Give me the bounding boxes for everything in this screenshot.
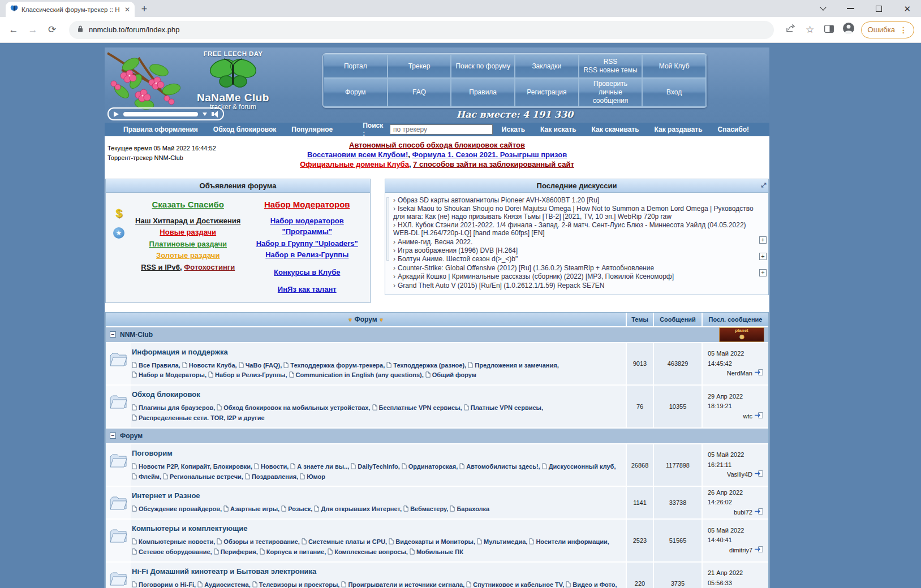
forum-title-link[interactable]: Компьютеры и комплектующие (132, 524, 247, 533)
tab-close-icon[interactable]: ✕ (124, 6, 130, 14)
back-icon[interactable]: ← (7, 24, 20, 36)
discussion-link[interactable]: ›Isekai Maou to Shoukan Shoujo no Dorei … (393, 205, 757, 221)
subforum-link[interactable]: Техподдержка форум-трекера (283, 362, 383, 369)
subforum-link[interactable]: Барахолка (450, 505, 489, 512)
search-input[interactable] (390, 124, 493, 135)
last-post-user[interactable]: dimitriy7 (729, 546, 752, 556)
bookmark-star-icon[interactable]: ☆ (803, 24, 817, 36)
subforum-link[interactable]: Корпуса и питание (260, 548, 324, 555)
progress-bar[interactable] (123, 112, 198, 116)
subforum-link[interactable]: Мультимедиа (477, 538, 526, 545)
search-button[interactable]: Искать (502, 126, 525, 133)
subforum-link[interactable]: Мобильные ПК (410, 548, 463, 555)
nav-button[interactable]: Правила (451, 78, 515, 107)
goto-last-post-icon[interactable] (755, 508, 763, 518)
announcement-link[interactable]: Набор в Релиз-Группы (265, 250, 348, 259)
nav-button[interactable]: Закладки (515, 54, 579, 78)
subforum-link[interactable]: ЧаВо (FAQ) (239, 362, 281, 369)
player-dropdown-icon[interactable] (203, 113, 207, 116)
subforum-link[interactable]: Набор в Релиз-Группы (208, 371, 285, 378)
subforum-link[interactable]: Аудиосистема (197, 581, 249, 588)
announcement-link[interactable]: Автономный способ обхода блокировок сайт… (349, 141, 525, 149)
subnav-link[interactable]: Популярное (291, 126, 333, 133)
discussion-link[interactable]: ›НХЛ. Кубок Стэнли 2021-2022. 1/4 финала… (393, 222, 757, 237)
subnav-link[interactable]: Спасибо! (718, 126, 749, 133)
goto-last-post-icon[interactable] (755, 470, 763, 480)
box-resize-icon[interactable]: ⤢ (761, 181, 766, 189)
collapse-icon[interactable]: − (110, 433, 116, 439)
announcement-link[interactable]: 7 способов зайти на заблокированный сайт (413, 160, 574, 168)
subforum-link[interactable]: Проигрыватели и источники сигнала (341, 581, 463, 588)
announcement-link[interactable]: Конкурсы в Клубе (274, 268, 340, 276)
profile-avatar[interactable] (842, 22, 855, 37)
new-tab-button[interactable]: + (137, 2, 152, 16)
nav-button[interactable]: Мой Клуб (642, 54, 706, 78)
forum-title-link[interactable]: Интернет и Разное (132, 491, 200, 500)
announcement-link[interactable]: RSS и IPv6 (141, 263, 180, 271)
discussions-scrollbar[interactable] (386, 197, 389, 261)
expand-plus-icon[interactable]: + (759, 253, 767, 260)
last-post-user[interactable]: wtc (743, 412, 753, 422)
browser-tab[interactable]: Классический форум-трекер :: Н ✕ (6, 2, 135, 17)
sort-arrow-icon[interactable]: ▼ (348, 317, 353, 323)
collapse-icon[interactable]: − (110, 331, 116, 338)
window-chevron-icon[interactable] (820, 4, 827, 10)
announcement-link[interactable]: Золотые раздачи (156, 251, 220, 260)
subnav-link[interactable]: Обход блокировок (213, 126, 276, 133)
announcement-link[interactable]: Наш Хитпарад и Достижения (135, 217, 240, 225)
nav-button[interactable]: RSS RSS новые темы (579, 54, 643, 78)
nav-button[interactable]: FAQ (388, 78, 451, 107)
side-panel-icon[interactable] (823, 24, 836, 36)
subforum-link[interactable]: DailyTechInfo (351, 463, 398, 470)
announcement-link[interactable]: Набор Модераторов (264, 200, 350, 209)
subnav-link[interactable]: Как искать (540, 126, 576, 133)
subforum-link[interactable]: Плагины для браузеров (132, 404, 213, 411)
last-post-user[interactable]: NerdMan (727, 369, 752, 379)
subforum-link[interactable]: Все Правила (132, 362, 179, 369)
error-menu-button[interactable]: Ошибка ⋮ (861, 21, 914, 38)
window-minimize-button[interactable] (847, 8, 854, 9)
goto-last-post-icon[interactable] (755, 369, 763, 379)
goto-last-post-icon[interactable] (755, 412, 763, 422)
discussion-link[interactable]: ›Образ SD карты автомагнитолы Pioneer AV… (393, 197, 757, 205)
subforum-link[interactable]: Компьютерные новости (132, 538, 213, 545)
subforum-link[interactable]: Флейм (132, 473, 160, 480)
announcement-link[interactable]: Официальные домены Клуба (300, 160, 409, 168)
discussion-link[interactable]: ›Counter-Strike: Global Offensive (2012)… (393, 265, 757, 273)
window-maximize-button[interactable] (876, 6, 882, 12)
discussion-link[interactable]: ›Игра воображения (1996) DVB [H.264] (393, 247, 757, 255)
subforum-link[interactable]: Бесплатные VPN сервисы (372, 404, 460, 411)
subforum-link[interactable]: Обход блокировок на мобильных устройства… (217, 404, 368, 411)
sort-arrow-icon[interactable]: ▼ (379, 317, 384, 323)
subforum-link[interactable]: Юмор (300, 473, 325, 480)
nav-button[interactable]: Поиск по форуму (451, 54, 515, 78)
nav-button[interactable]: Портал (324, 54, 388, 78)
forum-title-link[interactable]: Обход блокировок (132, 390, 200, 399)
forward-icon[interactable]: → (26, 24, 40, 36)
subforum-link[interactable]: Обзоры и тестирование (217, 538, 298, 545)
nav-button[interactable]: Проверить личные сообщения (579, 78, 643, 107)
subforum-link[interactable]: Общий форум (425, 371, 476, 378)
subforum-link[interactable]: Автомобилисты здесь! (459, 463, 538, 470)
subforum-link[interactable]: Спутниковое и кабельное TV (466, 581, 562, 588)
planet-logo[interactable]: planet✺ (719, 327, 764, 342)
subforum-link[interactable]: Системные платы и CPU (302, 538, 385, 545)
subforum-link[interactable]: Новости P2P, Копирайт, Блокировки (132, 463, 251, 470)
announcement-link[interactable]: Фотохостинги (184, 263, 235, 271)
subnav-link[interactable]: Как скачивать (592, 126, 639, 133)
subforum-link[interactable]: Розыск (281, 505, 311, 512)
subforum-link[interactable]: Азартные игры (223, 505, 278, 512)
announcement-link[interactable]: Формула 1. Сезон 2021. Розыгрыш призов (412, 150, 567, 159)
subforum-link[interactable]: Техподдержка (разное) (386, 362, 464, 369)
subforum-link[interactable]: А знаете ли вы.. (290, 463, 347, 470)
subforum-link[interactable]: Телевизоры и проекторы (252, 581, 338, 588)
subforum-link[interactable]: Поздравления (245, 473, 296, 480)
discussion-link[interactable]: ›Grand Theft Auto V (2015) [Ru/En] (1.0.… (393, 282, 757, 290)
last-post-user[interactable]: bubi72 (734, 508, 752, 518)
subforum-link[interactable]: Новости (254, 463, 287, 470)
site-logo-title[interactable]: NaNaMe Club (191, 92, 276, 104)
reload-icon[interactable]: ⟳ (45, 24, 59, 36)
forum-title-link[interactable]: Поговорим (132, 449, 173, 457)
discussion-link[interactable]: ›Аниме-гид. Весна 2022. (393, 239, 757, 247)
subforum-link[interactable]: Сетевое оборудование (132, 548, 210, 555)
